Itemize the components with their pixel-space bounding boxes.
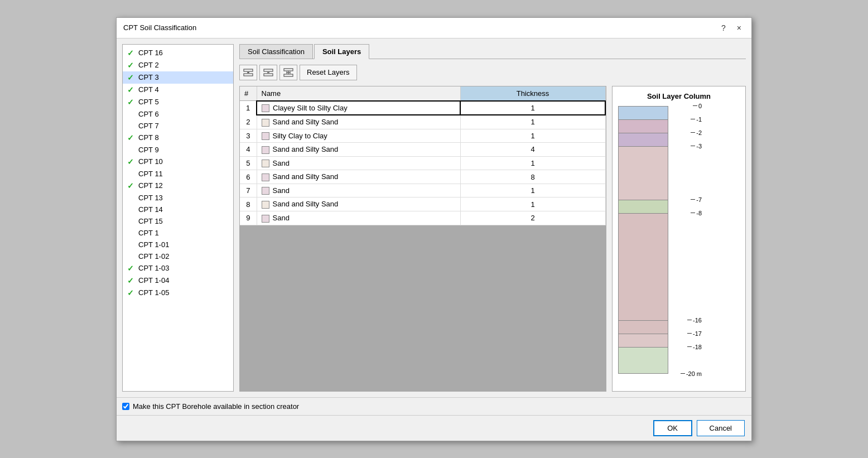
reset-layers-button[interactable]: Reset Layers xyxy=(300,65,357,80)
soil-layer-block xyxy=(619,348,668,374)
row-thickness[interactable]: 1 xyxy=(460,197,605,211)
svg-rect-4 xyxy=(264,69,273,71)
cpt-list-item[interactable]: CPT 13 xyxy=(123,192,233,204)
tab-bar: Soil Classification Soil Layers xyxy=(239,44,746,59)
cpt-item-label: CPT 16 xyxy=(138,49,163,57)
table-row[interactable]: 7Sand1 xyxy=(240,184,605,197)
row-name: Sand and Silty Sand xyxy=(257,143,460,157)
cpt-check-icon: ✓ xyxy=(127,98,136,107)
cpt-check-icon: ✓ xyxy=(127,133,136,142)
table-row[interactable]: 8Sand and Silty Sand1 xyxy=(240,197,605,211)
help-button[interactable]: ? xyxy=(718,22,729,33)
cpt-check-icon: ✓ xyxy=(127,73,136,82)
table-row[interactable]: 5Sand1 xyxy=(240,156,605,170)
tab-soil-layers[interactable]: Soil Layers xyxy=(314,44,369,59)
depth-tick-label: -3 xyxy=(691,143,702,150)
close-button[interactable]: × xyxy=(734,22,745,33)
col-num: # xyxy=(240,86,257,101)
row-thickness[interactable]: 8 xyxy=(460,170,605,184)
cpt-item-label: CPT 1-05 xyxy=(138,288,169,297)
cpt-list-item[interactable]: CPT 14 xyxy=(123,204,233,215)
cancel-button[interactable]: Cancel xyxy=(697,420,745,436)
cpt-item-label: CPT 1-01 xyxy=(138,240,169,249)
table-row[interactable]: 9Sand2 xyxy=(240,211,605,225)
row-thickness[interactable]: 1 xyxy=(460,115,605,129)
cpt-list-item[interactable]: CPT 9 xyxy=(123,144,233,156)
cpt-list-item[interactable]: CPT 6 xyxy=(123,108,233,120)
cpt-item-label: CPT 11 xyxy=(138,170,163,178)
row-num: 5 xyxy=(240,156,257,170)
add-layer-button[interactable] xyxy=(239,65,257,80)
merge-layers-button[interactable] xyxy=(279,65,297,80)
depth-tick-label: -18 xyxy=(687,344,702,350)
layer-table-wrapper: # Name Thickness 1Clayey Silt to Silty C… xyxy=(239,86,606,392)
cpt-item-label: CPT 1 xyxy=(138,229,159,237)
layer-table: # Name Thickness 1Clayey Silt to Silty C… xyxy=(240,86,606,225)
cpt-item-label: CPT 3 xyxy=(138,73,159,81)
tab-soil-classification[interactable]: Soil Classification xyxy=(239,44,313,59)
depth-tick-label: -8 xyxy=(691,210,702,216)
cpt-list-item[interactable]: ✓CPT 3 xyxy=(123,71,233,84)
cpt-item-label: CPT 13 xyxy=(138,194,163,202)
cpt-list-item[interactable]: ✓CPT 10 xyxy=(123,156,233,168)
title-bar: CPT Soil Classification ? × xyxy=(117,18,751,38)
depth-tick-label: -1 xyxy=(691,116,702,123)
dialog-body: ✓CPT 16✓CPT 2✓CPT 3✓CPT 4✓CPT 5CPT 6CPT … xyxy=(117,38,751,397)
soil-layer-block xyxy=(619,200,668,214)
toolbar: Reset Layers xyxy=(239,62,746,83)
cpt-item-label: CPT 9 xyxy=(138,146,159,154)
cpt-list-item[interactable]: ✓CPT 4 xyxy=(123,84,233,96)
cpt-list-item[interactable]: CPT 11 xyxy=(123,168,233,180)
remove-layer-button[interactable] xyxy=(259,65,277,80)
table-row[interactable]: 4Sand and Silty Sand4 xyxy=(240,143,605,157)
cpt-list-item[interactable]: CPT 1 xyxy=(123,227,233,239)
row-name: Sand and Silty Sand xyxy=(257,170,460,184)
cpt-list-item[interactable]: ✓CPT 1-03 xyxy=(123,262,233,274)
cpt-list-item[interactable]: CPT 1-02 xyxy=(123,250,233,262)
cpt-list-item[interactable]: ✓CPT 12 xyxy=(123,180,233,192)
cpt-list-item[interactable]: CPT 7 xyxy=(123,120,233,132)
section-creator-checkbox[interactable] xyxy=(122,403,129,410)
cpt-list-item[interactable]: ✓CPT 8 xyxy=(123,132,233,144)
cpt-item-label: CPT 10 xyxy=(138,157,163,166)
row-thickness[interactable]: 2 xyxy=(460,211,605,225)
title-controls: ? × xyxy=(718,22,745,33)
depth-ticks: 0-1-2-3-7-8-16-17-18-20 m xyxy=(668,106,702,374)
table-row[interactable]: 6Sand and Silty Sand8 xyxy=(240,170,605,184)
row-num: 2 xyxy=(240,115,257,129)
dialog-window: CPT Soil Classification ? × ✓CPT 16✓CPT … xyxy=(116,17,752,441)
cpt-check-icon: ✓ xyxy=(127,157,136,166)
cpt-list-item[interactable]: ✓CPT 1-05 xyxy=(123,287,233,299)
soil-layer-block xyxy=(619,321,668,334)
cpt-list: ✓CPT 16✓CPT 2✓CPT 3✓CPT 4✓CPT 5CPT 6CPT … xyxy=(122,44,234,392)
cpt-list-item[interactable]: ✓CPT 1-04 xyxy=(123,274,233,287)
cpt-check-icon: ✓ xyxy=(127,288,136,297)
soil-layers-col xyxy=(618,106,668,374)
row-thickness[interactable]: 1 xyxy=(460,156,605,170)
row-thickness[interactable]: 1 xyxy=(460,184,605,197)
cpt-list-item[interactable]: CPT 15 xyxy=(123,215,233,227)
cpt-list-item[interactable]: ✓CPT 16 xyxy=(123,47,233,59)
cpt-item-label: CPT 14 xyxy=(138,205,163,214)
row-thickness[interactable]: 1 xyxy=(460,129,605,143)
row-num: 4 xyxy=(240,143,257,157)
row-name: Silty Clay to Clay xyxy=(257,129,460,143)
cpt-check-icon: ✓ xyxy=(127,49,136,57)
row-name: Sand and Silty Sand xyxy=(257,115,460,129)
depth-tick-label: -2 xyxy=(691,129,702,136)
cpt-list-item[interactable]: ✓CPT 5 xyxy=(123,96,233,108)
row-num: 7 xyxy=(240,184,257,197)
cpt-list-item[interactable]: CPT 1-01 xyxy=(123,239,233,250)
ok-button[interactable]: OK xyxy=(653,420,692,436)
row-thickness[interactable]: 1 xyxy=(460,101,605,115)
cpt-item-label: CPT 1-04 xyxy=(138,276,169,285)
cpt-item-label: CPT 5 xyxy=(138,98,159,106)
row-name: Sand xyxy=(257,211,460,225)
cpt-check-icon: ✓ xyxy=(127,276,136,285)
table-row[interactable]: 1Clayey Silt to Silty Clay1 xyxy=(240,101,605,115)
row-thickness[interactable]: 4 xyxy=(460,143,605,157)
cpt-list-item[interactable]: ✓CPT 2 xyxy=(123,59,233,71)
section-creator-label: Make this CPT Borehole available in sect… xyxy=(133,402,299,411)
table-row[interactable]: 2Sand and Silty Sand1 xyxy=(240,115,605,129)
table-row[interactable]: 3Silty Clay to Clay1 xyxy=(240,129,605,143)
